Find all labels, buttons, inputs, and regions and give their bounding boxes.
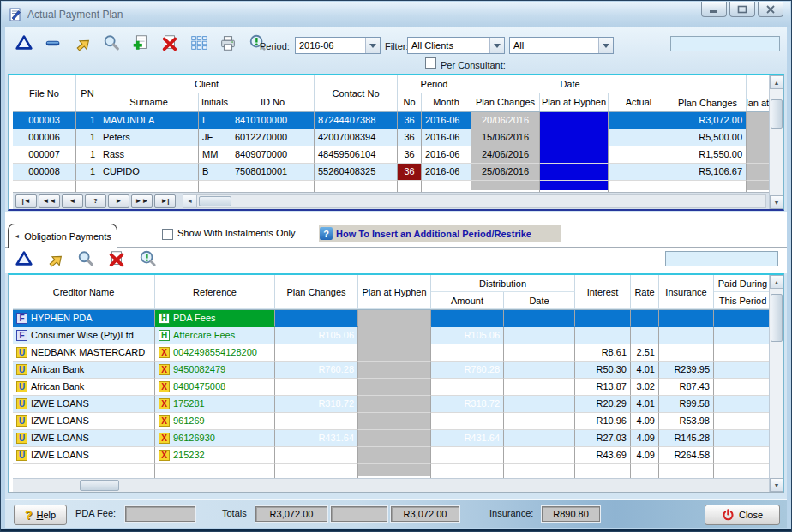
- pda-fee-label: PDA Fee:: [75, 508, 116, 518]
- cell-interest: R27.03: [575, 430, 631, 447]
- cell-rate: [631, 327, 659, 344]
- filter-clients-select[interactable]: All Clients: [407, 37, 505, 54]
- show-with-instalments-checkbox[interactable]: [162, 229, 173, 240]
- column-header: Initials: [199, 93, 231, 111]
- column-header: Insurance: [659, 275, 714, 309]
- cell-plan_at_hyphen_amount: [747, 129, 769, 146]
- chevron-down-icon[interactable]: [489, 38, 504, 53]
- obligations-hscrollbar[interactable]: [13, 478, 769, 492]
- scroll-down-icon[interactable]: ▼: [770, 195, 783, 209]
- badge-u-icon: U: [16, 398, 27, 409]
- nav-prior-page[interactable]: ◄◄: [39, 194, 60, 208]
- client-row[interactable]: 0000031MAVUNDLAL841010000087244407388362…: [13, 112, 769, 129]
- delete-document-icon[interactable]: [158, 32, 182, 54]
- cell-plan_at_hyphen_date: [540, 112, 609, 129]
- period-select[interactable]: 2016-06: [295, 37, 381, 54]
- hscroll-thumb[interactable]: [80, 480, 119, 491]
- total-plan-at-hyphen-field: [331, 506, 387, 522]
- filter-all-select[interactable]: All: [509, 37, 614, 54]
- scroll-up-icon[interactable]: ▲: [770, 275, 783, 289]
- howto-insert-link[interactable]: ? How To Insert an Additional Period/Res…: [319, 225, 561, 242]
- cell-month: 2016-06: [422, 129, 471, 146]
- obligation-row[interactable]: UIZWE LOANSX96126930R431.64R431.64R27.03…: [13, 430, 769, 447]
- search-icon[interactable]: [99, 32, 123, 54]
- cell-pn: 1: [76, 129, 99, 146]
- obligation-row[interactable]: UIZWE LOANSX961269R10.964.09R53.98: [13, 413, 769, 430]
- cell-amount: [431, 447, 504, 464]
- cell-creditor: UAfrican Bank: [13, 379, 155, 396]
- add-document-icon[interactable]: [129, 32, 153, 54]
- client-row[interactable]: 0000081CUPIDOB75080100015526040832536201…: [13, 164, 769, 181]
- nav-last[interactable]: ►|: [154, 194, 176, 208]
- client-row[interactable]: 0000071RassMM840907000048459506104362016…: [13, 146, 769, 164]
- jump-arrow-icon[interactable]: [70, 32, 94, 54]
- cell-date: [504, 379, 575, 396]
- close-window-button[interactable]: [758, 2, 783, 17]
- vscroll-thumb[interactable]: [771, 294, 783, 342]
- obligations-vscrollbar[interactable]: ▲ ▼: [769, 275, 783, 492]
- close-button[interactable]: Close: [705, 505, 780, 525]
- cell-this_period: [714, 362, 769, 379]
- nav-locate[interactable]: ?: [85, 194, 106, 208]
- cell-creditor: FHYPHEN PDA: [13, 310, 155, 327]
- clients-vscrollbar[interactable]: ▲ ▼: [769, 75, 783, 209]
- cell-creditor: UIZWE LOANS: [13, 447, 155, 464]
- column-header: Plan at Hyphen: [540, 93, 609, 111]
- delete-document-icon[interactable]: [105, 248, 129, 270]
- column-header: Plan Changes: [669, 75, 747, 111]
- jump-arrow-icon[interactable]: [43, 248, 67, 270]
- cell-plan_changes_date: 15/06/2016: [471, 129, 540, 146]
- grid-view-icon[interactable]: [187, 32, 211, 54]
- help-button[interactable]: ? Help: [14, 505, 67, 525]
- period-label: Period:: [260, 38, 290, 55]
- badge-x-icon: X: [159, 381, 170, 392]
- scroll-down-icon[interactable]: ▼: [770, 478, 783, 492]
- nav-prior[interactable]: ◄: [62, 194, 83, 208]
- dash-icon[interactable]: [41, 32, 65, 54]
- obligation-row[interactable]: UAfrican BankX8480475008R13.873.02R87.43: [13, 379, 769, 396]
- toolbar-quick-entry-input[interactable]: [670, 36, 780, 51]
- delta-icon[interactable]: [12, 32, 36, 54]
- tab-obligation-payments[interactable]: ◄ Obligation Payments: [8, 224, 117, 248]
- per-consultant-checkbox[interactable]: [425, 57, 436, 69]
- badge-x-icon: X: [159, 364, 170, 375]
- nav-first[interactable]: |◄: [15, 194, 37, 208]
- maximize-button[interactable]: [729, 2, 755, 17]
- badge-u-icon: U: [16, 381, 27, 392]
- cell-this_period: [714, 413, 769, 430]
- scroll-left-icon[interactable]: ◄: [183, 195, 197, 207]
- inspect-icon[interactable]: [135, 248, 159, 270]
- cell-plan_at_hyphen_amount: [747, 112, 769, 129]
- chevron-down-icon[interactable]: [598, 38, 613, 53]
- obligation-row[interactable]: UIZWE LOANSX175281R318.72R318.72R20.294.…: [13, 396, 769, 413]
- client-row[interactable]: 0000061PetersJF6012270000420070083943620…: [13, 129, 769, 146]
- power-icon: [722, 509, 735, 522]
- obligation-quick-entry-input[interactable]: [665, 251, 778, 266]
- nav-next-page[interactable]: ►►: [131, 194, 153, 208]
- clients-hscrollbar[interactable]: ◄: [183, 194, 766, 208]
- cell-interest: [575, 310, 631, 327]
- obligation-row[interactable]: UIZWE LOANSX215232R43.694.09R264.58: [13, 447, 769, 464]
- cell-interest: R13.87: [575, 379, 631, 396]
- delta-icon[interactable]: [12, 248, 36, 270]
- minimize-button[interactable]: [701, 2, 727, 17]
- chevron-down-icon[interactable]: [365, 38, 380, 53]
- cell-creditor: UAfrican Bank: [13, 362, 155, 379]
- clients-grid-panel: File NoPNClientSurnameInitialsID NoConta…: [8, 74, 784, 211]
- cell-this_period: [714, 310, 769, 327]
- print-icon[interactable]: [216, 32, 240, 54]
- nav-next[interactable]: ►: [108, 194, 129, 208]
- hscroll-thumb[interactable]: [199, 196, 231, 206]
- cell-initials: MM: [199, 146, 231, 164]
- search-icon[interactable]: [74, 248, 98, 270]
- help-question-icon: ?: [25, 508, 33, 522]
- obligation-row[interactable]: UAfrican BankX9450082479R760.28R760.28R5…: [13, 362, 769, 379]
- cell-file_no: 000006: [13, 129, 76, 146]
- app-icon: [9, 8, 22, 21]
- cell-interest: R50.30: [575, 362, 631, 379]
- scroll-up-icon[interactable]: ▲: [770, 75, 783, 89]
- obligation-row[interactable]: FHYPHEN PDAHPDA Fees: [13, 310, 769, 327]
- obligation-row[interactable]: FConsumer Wise (Pty)LtdHAftercare FeesR1…: [13, 327, 769, 344]
- obligation-row[interactable]: UNEDBANK MASTERCARDX0042498554128200R8.6…: [13, 344, 769, 362]
- vscroll-thumb[interactable]: [771, 99, 783, 129]
